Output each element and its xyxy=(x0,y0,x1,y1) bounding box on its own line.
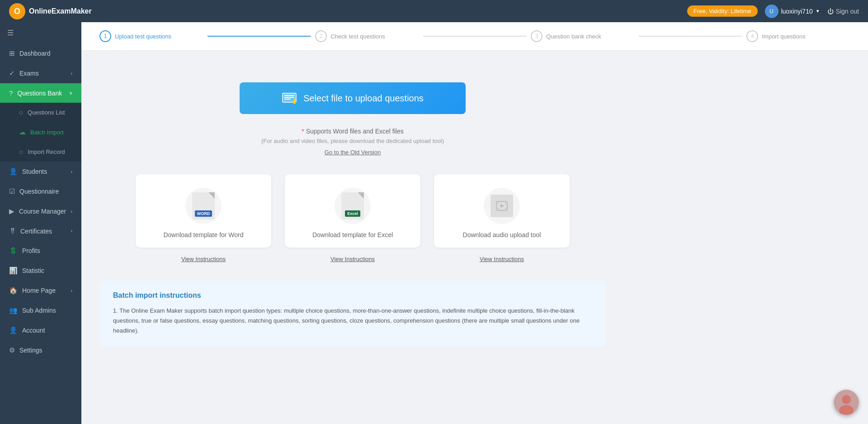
step-3-circle: 3 xyxy=(531,30,542,42)
instructions-box: Batch import instructions 1. The Online … xyxy=(99,281,606,347)
checkbox-icon: ☑ xyxy=(9,187,15,195)
word-card-label: Download template for Word xyxy=(163,231,243,238)
video-icon xyxy=(491,195,513,217)
download-cards: WORD Download template for Word View Ins… xyxy=(99,174,606,262)
word-doc-icon: WORD xyxy=(192,192,215,219)
upload-button[interactable]: Select file to upload questions xyxy=(240,82,466,114)
sidebar-item-exams[interactable]: ✓ Exams › xyxy=(0,63,81,83)
old-version-link-container: Go to the Old Version xyxy=(99,148,606,156)
audio-view-instructions[interactable]: View Instructions xyxy=(480,256,524,262)
svg-rect-5 xyxy=(284,99,291,100)
step-2-label: Check test questions xyxy=(330,33,385,40)
sidebar-item-questions-list[interactable]: ○ Questions List xyxy=(0,103,81,122)
step-2-num: 2 xyxy=(320,33,323,39)
avatar: U xyxy=(765,5,778,18)
excel-card-label: Download template for Excel xyxy=(312,231,393,238)
step-4: 4 Import questions xyxy=(746,30,850,42)
medal-icon: 🎖 xyxy=(9,227,16,235)
cloud-icon: ☁ xyxy=(19,128,26,136)
sidebar-item-questions-bank[interactable]: ? Questions Bank ∨ xyxy=(0,83,81,103)
group-icon: 👥 xyxy=(9,306,18,314)
sidebar-item-account[interactable]: 👤 Account xyxy=(0,320,81,340)
sidebar-label-questionnaire: Questionnaire xyxy=(19,188,59,195)
sidebar-label-batch-import: Batch Import xyxy=(30,129,64,136)
logo-icon: O xyxy=(9,3,25,19)
sidebar-item-questionnaire[interactable]: ☑ Questionnaire xyxy=(0,181,81,201)
svg-point-15 xyxy=(842,395,851,404)
svg-rect-7 xyxy=(294,99,295,104)
play-icon: ▶ xyxy=(9,207,14,215)
page-body: Select file to upload questions * Suppor… xyxy=(81,51,624,360)
upload-icon xyxy=(282,91,297,106)
sidebar-item-settings[interactable]: ⚙ Settings xyxy=(0,340,81,360)
main-content: 1 Upload test questions 2 Check test que… xyxy=(81,22,868,424)
upload-button-label: Select file to upload questions xyxy=(303,93,424,104)
sidebar-item-statistic[interactable]: 📊 Statistic xyxy=(0,261,81,281)
sidebar-label-exams: Exams xyxy=(19,70,39,77)
signout-button[interactable]: ⏻ Sign out xyxy=(827,8,859,15)
audio-download-card[interactable]: Download audio upload tool xyxy=(434,174,570,248)
topbar: O OnlineExamMaker Free, Validity: Lifeti… xyxy=(0,0,868,22)
chevron-down-icon: ▼ xyxy=(816,9,820,14)
chevron-down-icon: ∨ xyxy=(69,91,72,95)
chat-bubble[interactable] xyxy=(834,390,859,415)
sidebar-item-students[interactable]: 👤 Students › xyxy=(0,162,81,181)
step-1-num: 1 xyxy=(104,33,107,39)
svg-rect-3 xyxy=(284,95,294,96)
user-menu[interactable]: U luoxinyi710 ▼ xyxy=(765,5,820,18)
svg-rect-4 xyxy=(284,97,294,98)
topbar-right: Free, Validity: Lifetime U luoxinyi710 ▼… xyxy=(687,5,859,18)
supports-sub-text: (For audio and video files, please downl… xyxy=(99,138,606,144)
step-3: 3 Question bank check xyxy=(531,30,634,42)
word-view-instructions[interactable]: View Instructions xyxy=(181,256,226,262)
sidebar-item-dashboard[interactable]: ⊞ Dashboard xyxy=(0,43,81,63)
sidebar-item-batch-import[interactable]: ☁ Batch Import xyxy=(0,122,81,142)
sidebar-label-home-page: Home Page xyxy=(22,287,56,294)
sidebar-item-import-record[interactable]: ○ Import Record xyxy=(0,142,81,162)
excel-view-instructions[interactable]: View Instructions xyxy=(330,256,375,262)
supports-text: * Supports Word files and Excel files xyxy=(99,128,606,135)
step-4-label: Import questions xyxy=(762,33,805,40)
question-icon: ? xyxy=(9,89,13,97)
circle-icon: ○ xyxy=(19,148,23,156)
sidebar-toggle[interactable]: ☰ xyxy=(0,22,81,43)
svg-rect-9 xyxy=(496,201,499,204)
step-1-circle: 1 xyxy=(99,30,111,42)
step-2-circle: 2 xyxy=(315,30,327,42)
step-line-3 xyxy=(639,36,742,37)
supports-label: Supports Word files and Excel files xyxy=(306,128,404,135)
svg-marker-13 xyxy=(500,204,504,208)
step-line-2 xyxy=(423,36,527,37)
username: luoxinyi710 xyxy=(781,8,813,15)
sidebar-label-course-manager: Course Manager xyxy=(19,208,66,215)
sidebar-item-course-manager[interactable]: ▶ Course Manager › xyxy=(0,201,81,221)
svg-rect-11 xyxy=(496,208,499,210)
sidebar-item-profits[interactable]: 💲 Profits xyxy=(0,241,81,261)
sidebar-label-sub-admins: Sub Admins xyxy=(22,307,56,314)
step-4-num: 4 xyxy=(751,33,754,39)
step-4-circle: 4 xyxy=(746,30,758,42)
sidebar: ☰ ⊞ Dashboard ✓ Exams › ? Questions Bank… xyxy=(0,22,81,424)
sidebar-label-questions-bank: Questions Bank xyxy=(17,90,62,97)
sidebar-item-certificates[interactable]: 🎖 Certificates › xyxy=(0,221,81,241)
sidebar-item-sub-admins[interactable]: 👥 Sub Admins xyxy=(0,300,81,320)
sidebar-item-home-page[interactable]: 🏠 Home Page › xyxy=(0,281,81,300)
check-icon: ✓ xyxy=(9,69,15,77)
chat-avatar xyxy=(834,390,859,415)
word-download-card[interactable]: WORD Download template for Word xyxy=(136,174,271,248)
sidebar-label-dashboard: Dashboard xyxy=(19,50,51,57)
step-line-1 xyxy=(208,36,311,37)
old-version-link[interactable]: Go to the Old Version xyxy=(325,149,381,156)
chevron-right-icon: › xyxy=(71,71,72,76)
steps-bar: 1 Upload test questions 2 Check test que… xyxy=(81,22,868,51)
chevron-right-icon: › xyxy=(71,169,72,174)
chart-icon: 📊 xyxy=(9,267,18,275)
sidebar-label-import-record: Import Record xyxy=(28,148,65,155)
instructions-text: 1. The Online Exam Maker supports batch … xyxy=(113,306,592,336)
audio-icon-circle xyxy=(484,188,520,224)
person-icon: 👤 xyxy=(9,167,18,176)
sidebar-label-questions-list: Questions List xyxy=(28,109,65,116)
excel-download-card[interactable]: Excel Download template for Excel xyxy=(285,174,420,248)
sidebar-label-account: Account xyxy=(22,327,45,334)
word-icon-circle: WORD xyxy=(185,188,222,224)
